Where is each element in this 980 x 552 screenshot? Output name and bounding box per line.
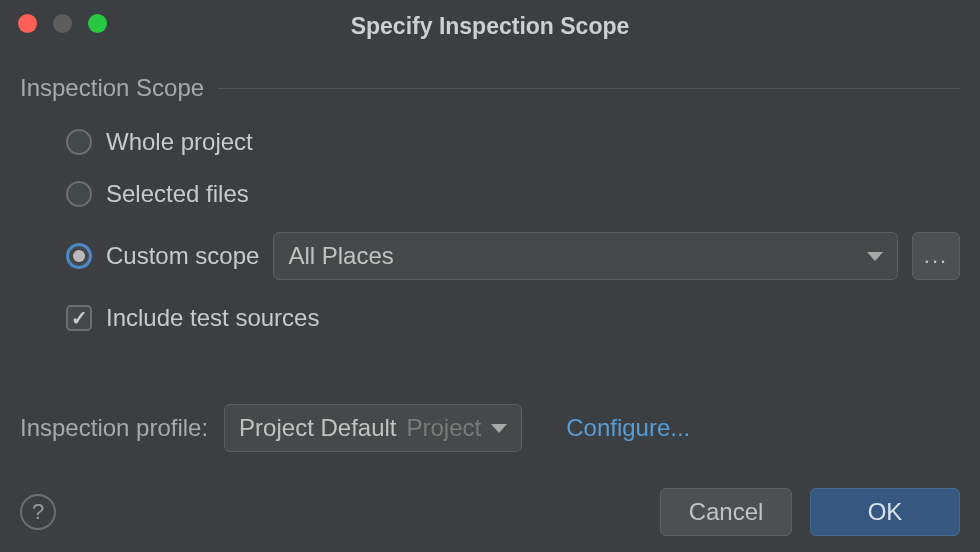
browse-scope-button[interactable]: ... <box>912 232 960 280</box>
chevron-down-icon <box>867 252 883 261</box>
profile-label: Inspection profile: <box>20 414 208 442</box>
scope-radio-group: Whole project Selected files Custom scop… <box>20 128 960 280</box>
radio-icon[interactable] <box>66 181 92 207</box>
radio-selected-files[interactable]: Selected files <box>66 180 960 208</box>
divider <box>218 88 960 89</box>
combo-value: All Places <box>288 242 393 270</box>
cancel-button[interactable]: Cancel <box>660 488 792 536</box>
ok-button[interactable]: OK <box>810 488 960 536</box>
chevron-down-icon <box>491 424 507 433</box>
include-tests-row[interactable]: Include test sources <box>20 304 960 332</box>
radio-whole-project[interactable]: Whole project <box>66 128 960 156</box>
inspection-profile-row: Inspection profile: Project Default Proj… <box>20 404 960 452</box>
dialog-content: Inspection Scope Whole project Selected … <box>0 44 980 452</box>
checkbox-label: Include test sources <box>106 304 319 332</box>
profile-combo[interactable]: Project Default Project <box>224 404 522 452</box>
radio-label: Custom scope <box>106 242 259 270</box>
radio-label: Whole project <box>106 128 253 156</box>
section-title: Inspection Scope <box>20 74 204 102</box>
combo-value: Project Default <box>239 414 396 442</box>
dialog-footer: ? Cancel OK <box>20 488 960 536</box>
radio-icon[interactable] <box>66 243 92 269</box>
checkbox-icon[interactable] <box>66 305 92 331</box>
maximize-icon[interactable] <box>88 14 107 33</box>
titlebar: Specify Inspection Scope <box>0 0 980 44</box>
minimize-icon <box>53 14 72 33</box>
window-title: Specify Inspection Scope <box>0 5 980 40</box>
configure-link[interactable]: Configure... <box>566 414 690 442</box>
radio-custom-scope-row: Custom scope All Places ... <box>66 232 960 280</box>
radio-icon[interactable] <box>66 129 92 155</box>
combo-hint: Project <box>407 414 482 442</box>
window-controls <box>18 14 107 33</box>
custom-scope-combo[interactable]: All Places <box>273 232 898 280</box>
help-button[interactable]: ? <box>20 494 56 530</box>
radio-label: Selected files <box>106 180 249 208</box>
close-icon[interactable] <box>18 14 37 33</box>
section-header: Inspection Scope <box>20 74 960 102</box>
